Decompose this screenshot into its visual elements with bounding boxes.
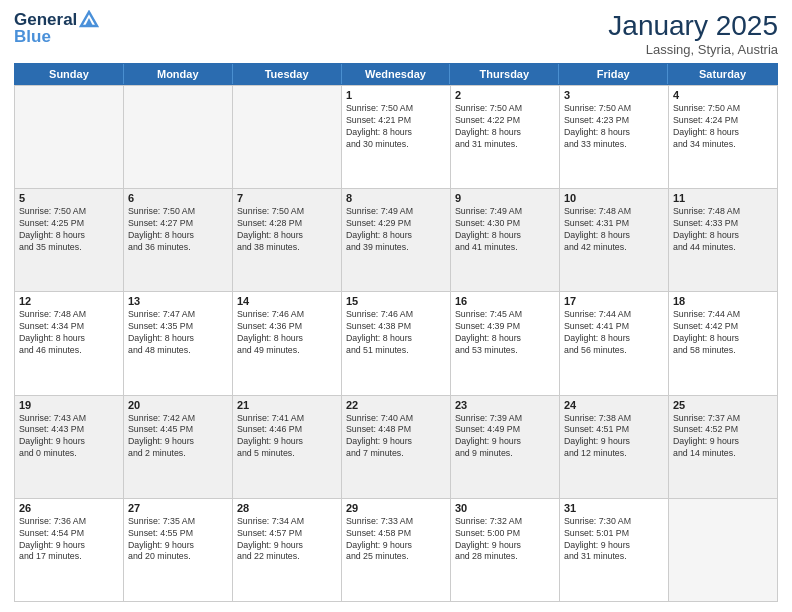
- day-number: 23: [455, 399, 555, 411]
- day-cell-26: 26Sunrise: 7:36 AM Sunset: 4:54 PM Dayli…: [15, 498, 124, 601]
- header: General Blue January 2025 Lassing, Styri…: [14, 10, 778, 57]
- day-cell-29: 29Sunrise: 7:33 AM Sunset: 4:58 PM Dayli…: [342, 498, 451, 601]
- day-number: 11: [673, 192, 773, 204]
- day-number: 5: [19, 192, 119, 204]
- day-info: Sunrise: 7:35 AM Sunset: 4:55 PM Dayligh…: [128, 516, 228, 564]
- day-number: 20: [128, 399, 228, 411]
- day-number: 26: [19, 502, 119, 514]
- header-day-sunday: Sunday: [15, 64, 124, 84]
- day-number: 2: [455, 89, 555, 101]
- day-info: Sunrise: 7:41 AM Sunset: 4:46 PM Dayligh…: [237, 413, 337, 461]
- day-info: Sunrise: 7:46 AM Sunset: 4:38 PM Dayligh…: [346, 309, 446, 357]
- day-cell-3: 3Sunrise: 7:50 AM Sunset: 4:23 PM Daylig…: [560, 85, 669, 188]
- calendar-header: SundayMondayTuesdayWednesdayThursdayFrid…: [14, 63, 778, 85]
- day-cell-30: 30Sunrise: 7:32 AM Sunset: 5:00 PM Dayli…: [451, 498, 560, 601]
- month-title: January 2025: [608, 10, 778, 42]
- day-info: Sunrise: 7:48 AM Sunset: 4:33 PM Dayligh…: [673, 206, 773, 254]
- header-day-tuesday: Tuesday: [233, 64, 342, 84]
- day-info: Sunrise: 7:37 AM Sunset: 4:52 PM Dayligh…: [673, 413, 773, 461]
- empty-cell: [15, 85, 124, 188]
- day-info: Sunrise: 7:44 AM Sunset: 4:41 PM Dayligh…: [564, 309, 664, 357]
- day-cell-24: 24Sunrise: 7:38 AM Sunset: 4:51 PM Dayli…: [560, 395, 669, 498]
- day-number: 27: [128, 502, 228, 514]
- day-info: Sunrise: 7:48 AM Sunset: 4:34 PM Dayligh…: [19, 309, 119, 357]
- empty-cell: [124, 85, 233, 188]
- header-day-saturday: Saturday: [668, 64, 777, 84]
- header-day-friday: Friday: [559, 64, 668, 84]
- day-number: 21: [237, 399, 337, 411]
- day-info: Sunrise: 7:44 AM Sunset: 4:42 PM Dayligh…: [673, 309, 773, 357]
- logo-blue: Blue: [14, 27, 99, 47]
- day-cell-13: 13Sunrise: 7:47 AM Sunset: 4:35 PM Dayli…: [124, 291, 233, 394]
- day-info: Sunrise: 7:39 AM Sunset: 4:49 PM Dayligh…: [455, 413, 555, 461]
- empty-cell: [233, 85, 342, 188]
- day-number: 14: [237, 295, 337, 307]
- day-cell-28: 28Sunrise: 7:34 AM Sunset: 4:57 PM Dayli…: [233, 498, 342, 601]
- day-number: 17: [564, 295, 664, 307]
- page: General Blue January 2025 Lassing, Styri…: [0, 0, 792, 612]
- day-number: 25: [673, 399, 773, 411]
- day-number: 18: [673, 295, 773, 307]
- day-info: Sunrise: 7:50 AM Sunset: 4:28 PM Dayligh…: [237, 206, 337, 254]
- day-info: Sunrise: 7:30 AM Sunset: 5:01 PM Dayligh…: [564, 516, 664, 564]
- empty-cell: [669, 498, 778, 601]
- day-cell-10: 10Sunrise: 7:48 AM Sunset: 4:31 PM Dayli…: [560, 188, 669, 291]
- day-number: 1: [346, 89, 446, 101]
- day-cell-12: 12Sunrise: 7:48 AM Sunset: 4:34 PM Dayli…: [15, 291, 124, 394]
- day-number: 16: [455, 295, 555, 307]
- day-cell-5: 5Sunrise: 7:50 AM Sunset: 4:25 PM Daylig…: [15, 188, 124, 291]
- day-number: 9: [455, 192, 555, 204]
- day-cell-25: 25Sunrise: 7:37 AM Sunset: 4:52 PM Dayli…: [669, 395, 778, 498]
- day-number: 7: [237, 192, 337, 204]
- day-number: 22: [346, 399, 446, 411]
- header-day-wednesday: Wednesday: [342, 64, 451, 84]
- day-cell-11: 11Sunrise: 7:48 AM Sunset: 4:33 PM Dayli…: [669, 188, 778, 291]
- header-day-thursday: Thursday: [450, 64, 559, 84]
- calendar: SundayMondayTuesdayWednesdayThursdayFrid…: [14, 63, 778, 602]
- day-number: 31: [564, 502, 664, 514]
- day-number: 30: [455, 502, 555, 514]
- day-info: Sunrise: 7:34 AM Sunset: 4:57 PM Dayligh…: [237, 516, 337, 564]
- day-number: 6: [128, 192, 228, 204]
- logo: General Blue: [14, 10, 99, 47]
- day-number: 24: [564, 399, 664, 411]
- day-info: Sunrise: 7:32 AM Sunset: 5:00 PM Dayligh…: [455, 516, 555, 564]
- day-cell-14: 14Sunrise: 7:46 AM Sunset: 4:36 PM Dayli…: [233, 291, 342, 394]
- day-info: Sunrise: 7:46 AM Sunset: 4:36 PM Dayligh…: [237, 309, 337, 357]
- day-cell-17: 17Sunrise: 7:44 AM Sunset: 4:41 PM Dayli…: [560, 291, 669, 394]
- day-info: Sunrise: 7:50 AM Sunset: 4:22 PM Dayligh…: [455, 103, 555, 151]
- day-cell-23: 23Sunrise: 7:39 AM Sunset: 4:49 PM Dayli…: [451, 395, 560, 498]
- day-cell-8: 8Sunrise: 7:49 AM Sunset: 4:29 PM Daylig…: [342, 188, 451, 291]
- day-cell-9: 9Sunrise: 7:49 AM Sunset: 4:30 PM Daylig…: [451, 188, 560, 291]
- day-info: Sunrise: 7:47 AM Sunset: 4:35 PM Dayligh…: [128, 309, 228, 357]
- day-number: 3: [564, 89, 664, 101]
- day-number: 28: [237, 502, 337, 514]
- day-info: Sunrise: 7:50 AM Sunset: 4:21 PM Dayligh…: [346, 103, 446, 151]
- day-cell-31: 31Sunrise: 7:30 AM Sunset: 5:01 PM Dayli…: [560, 498, 669, 601]
- day-info: Sunrise: 7:50 AM Sunset: 4:23 PM Dayligh…: [564, 103, 664, 151]
- day-cell-18: 18Sunrise: 7:44 AM Sunset: 4:42 PM Dayli…: [669, 291, 778, 394]
- day-number: 19: [19, 399, 119, 411]
- day-cell-15: 15Sunrise: 7:46 AM Sunset: 4:38 PM Dayli…: [342, 291, 451, 394]
- day-cell-21: 21Sunrise: 7:41 AM Sunset: 4:46 PM Dayli…: [233, 395, 342, 498]
- day-info: Sunrise: 7:36 AM Sunset: 4:54 PM Dayligh…: [19, 516, 119, 564]
- day-cell-7: 7Sunrise: 7:50 AM Sunset: 4:28 PM Daylig…: [233, 188, 342, 291]
- day-info: Sunrise: 7:50 AM Sunset: 4:25 PM Dayligh…: [19, 206, 119, 254]
- day-cell-16: 16Sunrise: 7:45 AM Sunset: 4:39 PM Dayli…: [451, 291, 560, 394]
- day-number: 29: [346, 502, 446, 514]
- day-info: Sunrise: 7:49 AM Sunset: 4:29 PM Dayligh…: [346, 206, 446, 254]
- day-cell-19: 19Sunrise: 7:43 AM Sunset: 4:43 PM Dayli…: [15, 395, 124, 498]
- day-info: Sunrise: 7:50 AM Sunset: 4:24 PM Dayligh…: [673, 103, 773, 151]
- day-cell-6: 6Sunrise: 7:50 AM Sunset: 4:27 PM Daylig…: [124, 188, 233, 291]
- title-section: January 2025 Lassing, Styria, Austria: [608, 10, 778, 57]
- location: Lassing, Styria, Austria: [608, 42, 778, 57]
- day-info: Sunrise: 7:45 AM Sunset: 4:39 PM Dayligh…: [455, 309, 555, 357]
- day-info: Sunrise: 7:48 AM Sunset: 4:31 PM Dayligh…: [564, 206, 664, 254]
- day-number: 15: [346, 295, 446, 307]
- day-number: 12: [19, 295, 119, 307]
- day-info: Sunrise: 7:42 AM Sunset: 4:45 PM Dayligh…: [128, 413, 228, 461]
- day-info: Sunrise: 7:50 AM Sunset: 4:27 PM Dayligh…: [128, 206, 228, 254]
- day-cell-27: 27Sunrise: 7:35 AM Sunset: 4:55 PM Dayli…: [124, 498, 233, 601]
- day-cell-20: 20Sunrise: 7:42 AM Sunset: 4:45 PM Dayli…: [124, 395, 233, 498]
- day-cell-4: 4Sunrise: 7:50 AM Sunset: 4:24 PM Daylig…: [669, 85, 778, 188]
